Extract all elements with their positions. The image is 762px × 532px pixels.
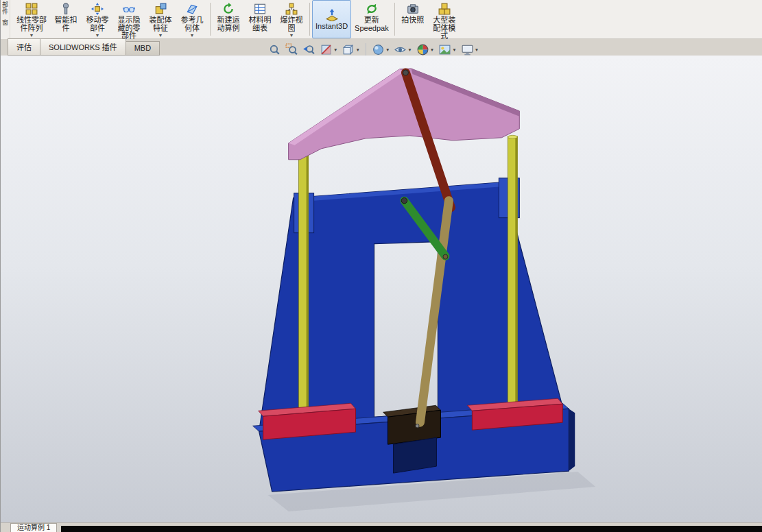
headsup-button-edit-appearance[interactable]: ▼ <box>415 43 436 57</box>
new-motion-study-icon <box>222 3 235 15</box>
move-component-icon <box>91 3 104 15</box>
ribbon-button-label: 装配体 特征 <box>150 16 172 32</box>
ribbon-separator <box>210 3 211 36</box>
chevron-down-icon[interactable]: ▼ <box>95 33 100 38</box>
previous-view-icon <box>302 43 315 56</box>
ribbon-button-bill-of-materials[interactable]: 材料明 细表 <box>244 0 276 38</box>
graphics-viewport[interactable] <box>1 56 762 522</box>
left-panel-strip: 部件窗 <box>1 0 10 39</box>
headsup-button-hide-show-items[interactable]: ▼ <box>392 43 413 57</box>
guide-rod-right-cap <box>508 135 517 138</box>
ribbon-button-label: 显示隐 藏的零 部件 <box>118 16 141 40</box>
headsup-button-zoom-to-fit[interactable] <box>267 43 283 57</box>
ribbon-button-smart-fastener[interactable]: 智能扣 件 <box>50 0 82 38</box>
display-style-icon <box>372 43 385 56</box>
hide-show-items-icon <box>394 43 407 56</box>
chevron-down-icon[interactable]: ▼ <box>333 47 337 52</box>
view-settings-icon <box>461 43 474 56</box>
ribbon-separator <box>309 3 310 36</box>
chevron-down-icon[interactable]: ▼ <box>430 47 434 52</box>
chevron-down-icon[interactable]: ▼ <box>385 47 390 52</box>
update-speedpak-icon <box>366 3 378 15</box>
motion-study-tab[interactable]: 运动算例 1 <box>10 523 57 532</box>
headsup-separator <box>366 43 366 56</box>
chevron-down-icon[interactable]: ▼ <box>355 47 359 52</box>
command-tab[interactable]: MBD <box>126 41 160 56</box>
ribbon-button-label: 拍快照 <box>401 16 424 25</box>
ribbon-button-exploded-view[interactable]: 爆炸视 图▼ <box>276 0 307 38</box>
section-view-icon <box>320 43 333 56</box>
headsup-button-section-view[interactable]: ▼ <box>318 43 339 57</box>
bill-of-materials-icon <box>254 3 266 15</box>
chevron-down-icon[interactable]: ▼ <box>158 33 163 38</box>
chevron-down-icon[interactable]: ▼ <box>190 33 195 38</box>
ribbon-button-label: 参考几 何体 <box>181 16 204 32</box>
show-hidden-components-icon <box>123 3 135 15</box>
ribbon-button-label: 爆炸视 图 <box>281 16 303 32</box>
apply-scene-icon <box>438 43 451 56</box>
large-assembly-mode-icon <box>438 3 451 15</box>
ribbon-group: 新建运 动算例材料明 细表爆炸视 图▼ <box>213 0 307 38</box>
base-block-side <box>569 409 575 471</box>
ribbon-button-new-motion-study[interactable]: 新建运 动算例 <box>213 0 244 38</box>
ribbon-button-label: 移动零 部件 <box>86 16 109 32</box>
assembly-features-icon <box>154 3 167 15</box>
pin-slider <box>416 424 419 428</box>
chevron-down-icon[interactable]: ▼ <box>407 47 412 52</box>
ribbon-button-instant3d[interactable]: Instant3D <box>312 0 351 38</box>
ribbon-button-linear-pattern[interactable]: 线性零部 件阵列▼ <box>13 0 50 38</box>
taskbar-strip <box>61 526 762 532</box>
headsup-button-view-settings[interactable]: ▼ <box>460 43 480 57</box>
ribbon-button-large-assembly-mode[interactable]: 大型装 配体模 式 <box>429 0 460 38</box>
pin-rocker-top <box>401 197 407 203</box>
headsup-button-apply-scene[interactable]: ▼ <box>437 43 457 57</box>
ribbon-button-label: 材料明 细表 <box>249 16 272 32</box>
ribbon-button-snapshot[interactable]: 拍快照 <box>397 0 429 38</box>
instant3d-icon <box>326 9 338 21</box>
headsup-button-zoom-to-area[interactable] <box>284 43 300 57</box>
chevron-down-icon[interactable]: ▼ <box>475 47 479 52</box>
top-bracket[interactable] <box>289 69 520 160</box>
snapshot-icon <box>407 3 419 15</box>
headsup-button-view-orientation[interactable]: ▼ <box>340 43 361 57</box>
left-panel-fragment: 部件 <box>1 1 10 15</box>
ribbon-button-reference-geometry[interactable]: 参考几 何体▼ <box>176 0 208 38</box>
ribbon-button-move-component[interactable]: 移动零 部件▼ <box>82 0 113 38</box>
ribbon-button-label: 智能扣 件 <box>55 16 78 32</box>
zoom-to-fit-icon <box>268 43 281 56</box>
view-orientation-icon <box>342 43 355 56</box>
linear-pattern-icon <box>25 3 38 15</box>
chevron-down-icon[interactable]: ▼ <box>452 47 456 52</box>
headsup-button-previous-view[interactable] <box>301 43 317 57</box>
chevron-down-icon[interactable]: ▼ <box>289 33 294 38</box>
pin-top <box>403 70 408 75</box>
headsup-view-toolbar: ▼▼▼▼▼▼▼ <box>267 40 480 58</box>
ribbon-button-assembly-features[interactable]: 装配体 特征▼ <box>145 0 176 38</box>
ribbon-button-label: Instant3D <box>315 23 348 31</box>
zoom-to-area-icon <box>285 43 298 56</box>
headsup-button-display-style[interactable]: ▼ <box>370 43 391 57</box>
guide-rod-right-shade <box>515 136 517 411</box>
left-panel-fragment: 窗 <box>1 19 10 26</box>
ribbon-button-label: 新建运 动算例 <box>217 16 240 32</box>
ribbon-group: Instant3D更新 Speedpak <box>312 0 392 38</box>
model-3d-assembly[interactable] <box>1 56 762 522</box>
ribbon-button-update-speedpak[interactable]: 更新 Speedpak <box>351 0 392 38</box>
ribbon-group: 拍快照大型装 配体模 式 <box>397 0 460 38</box>
ribbon-separator <box>394 3 395 36</box>
edit-appearance-icon <box>416 43 429 56</box>
ribbon-button-label: 大型装 配体模 式 <box>433 16 455 40</box>
command-tab[interactable]: SOLIDWORKS 插件 <box>40 38 126 56</box>
exploded-view-icon <box>285 3 298 15</box>
ribbon-group: 线性零部 件阵列▼智能扣 件移动零 部件▼显示隐 藏的零 部件装配体 特征▼参考… <box>13 0 208 38</box>
ribbon-button-label: 线性零部 件阵列 <box>16 16 47 32</box>
guide-rod-left-shade <box>307 150 309 425</box>
ribbon-button-label: 更新 Speedpak <box>355 16 389 32</box>
reference-geometry-icon <box>186 3 198 15</box>
command-tab[interactable]: 评估 <box>8 38 40 56</box>
smart-fastener-icon <box>60 3 72 15</box>
ribbon-button-show-hidden-components[interactable]: 显示隐 藏的零 部件 <box>113 0 145 38</box>
pin-rocker-bottom <box>443 254 448 259</box>
command-manager-ribbon: 线性零部 件阵列▼智能扣 件移动零 部件▼显示隐 藏的零 部件装配体 特征▼参考… <box>10 0 762 39</box>
chevron-down-icon[interactable]: ▼ <box>29 33 34 38</box>
